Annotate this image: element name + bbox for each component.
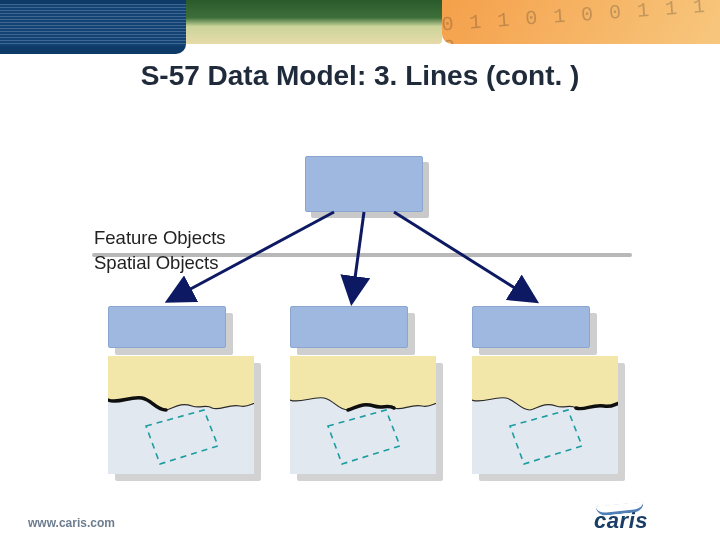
label-spatial-objects: Spatial Objects <box>94 251 226 276</box>
map-thumbnail <box>290 356 436 474</box>
header-banner <box>0 0 720 54</box>
spatial-box <box>108 306 226 348</box>
object-labels: Feature Objects Spatial Objects <box>94 226 226 276</box>
feature-box <box>305 156 423 212</box>
map-thumbnail <box>472 356 618 474</box>
footer: www.caris.com caris <box>0 508 720 540</box>
banner-segment-left <box>0 0 186 54</box>
banner-segment-middle <box>182 0 442 44</box>
brand-logo: caris <box>594 508 696 534</box>
spatial-box <box>472 306 590 348</box>
footer-url: www.caris.com <box>28 516 115 530</box>
banner-segment-right <box>442 0 720 44</box>
spatial-box <box>290 306 408 348</box>
map-thumbnail <box>108 356 254 474</box>
label-feature-objects: Feature Objects <box>94 226 226 251</box>
slide-title: S-57 Data Model: 3. Lines (cont. ) <box>0 60 720 92</box>
